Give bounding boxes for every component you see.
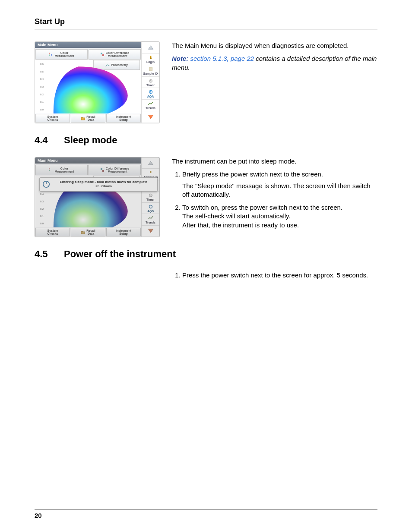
sleep-mode-dialog-text: Entering sleep mode - hold button down f… — [53, 180, 155, 189]
window-titlebar: Main Menu — [35, 42, 159, 48]
bottom-bar: System Checks Recall Data Instrument Set… — [35, 113, 141, 123]
xyz-icon: XY — [49, 168, 53, 172]
svg-point-2 — [149, 57, 151, 59]
footer-rule — [35, 510, 377, 510]
window-titlebar: Main Menu — [35, 157, 159, 164]
sample-id-button[interactable]: Sample ID — [142, 65, 159, 77]
power-icon — [42, 180, 50, 188]
page-number: 20 — [35, 512, 377, 519]
cie-chromaticity-icon — [44, 62, 141, 113]
xyz-icon: XYZ — [49, 52, 53, 57]
step-2: To switch on, press the power switch nex… — [182, 203, 377, 230]
screenshot-body: XYZ Color Measurement Color Difference M… — [35, 49, 141, 113]
svg-rect-24 — [102, 170, 104, 172]
row-sleep-mode: Main Menu Anmelden Proben-ID Timer AQS T… — [35, 157, 377, 237]
step-1: Press the power switch next to the scree… — [182, 271, 377, 280]
figure-sleep-mode: Main Menu Anmelden Proben-ID Timer AQS T… — [35, 157, 160, 237]
y-axis: 0.6 0.5 0.4 0.3 0.2 0.1 0.0 — [35, 60, 44, 113]
scroll-up-button[interactable] — [142, 42, 159, 54]
svg-rect-16 — [150, 171, 151, 173]
sleep-mode-text: The instrument can be put into sleep mod… — [172, 157, 377, 237]
swatches-icon — [100, 52, 105, 57]
intro-text: The Main Menu is displayed when diagnost… — [172, 41, 377, 123]
intro-p1: The Main Menu is displayed when diagnost… — [172, 41, 377, 50]
svg-point-18 — [149, 194, 152, 197]
timer-button[interactable]: Timer — [142, 192, 159, 203]
svg-marker-0 — [148, 46, 153, 49]
aqa-button[interactable]: AQA — [142, 88, 159, 100]
tile-recall-data[interactable]: Recall Data — [71, 114, 105, 123]
note-lead: Note: — [172, 55, 190, 62]
svg-marker-9 — [148, 115, 153, 119]
svg-marker-20 — [148, 229, 153, 233]
power-off-text: Press the power switch next to the scree… — [172, 271, 377, 284]
heading-title: Power off the instrument — [64, 249, 176, 260]
top-tiles: XYZ Color Measurement Color Difference M… — [35, 49, 141, 60]
step-1-detail: The "Sleep mode" message is shown. The s… — [182, 182, 377, 199]
trends-button[interactable]: Trends — [142, 214, 159, 225]
tile-color-difference[interactable]: Color Difference Measurement — [89, 165, 141, 175]
power-off-steps: Press the power switch next to the scree… — [172, 271, 377, 280]
swatches-icon — [100, 168, 105, 172]
scroll-up-button[interactable] — [142, 157, 159, 169]
figure-placeholder — [35, 271, 160, 284]
figure-main-menu: Main Menu Login Sample ID Timer AQA Tren… — [35, 41, 160, 123]
intro-note: Note: section 5.1.3, page 22 contains a … — [172, 54, 377, 72]
tile-system-checks[interactable]: System Checks — [35, 114, 70, 123]
tile-instrument-setup[interactable]: Instrument Setup — [106, 228, 141, 236]
screenshot-body: XY Color Measurement Color Difference Me… — [35, 164, 141, 227]
right-toolbar: Login Sample ID Timer AQA Trends — [141, 42, 159, 123]
svg-rect-3 — [149, 67, 152, 70]
trends-button[interactable]: Trends — [142, 100, 159, 111]
screenshot-sleep-mode: Main Menu Anmelden Proben-ID Timer AQS T… — [35, 157, 160, 237]
running-header: Start Up — [35, 17, 377, 29]
tile-color-measurement[interactable]: XYZ Color Measurement — [35, 49, 88, 60]
svg-rect-23 — [101, 168, 102, 170]
heading-4-4: 4.4 Sleep mode — [35, 135, 377, 146]
heading-number: 4.5 — [35, 249, 54, 260]
scroll-down-button[interactable] — [142, 111, 159, 123]
login-button[interactable]: Login — [142, 54, 159, 65]
svg-rect-14 — [102, 54, 104, 56]
tile-recall-data[interactable]: Recall Data — [71, 228, 105, 236]
folder-icon — [81, 116, 85, 120]
header-rule — [35, 29, 377, 29]
note-link: section 5.1.3, page 22 — [190, 55, 254, 62]
svg-point-8 — [150, 91, 151, 93]
heading-number: 4.4 — [35, 135, 54, 146]
svg-marker-15 — [148, 161, 153, 164]
sleep-mode-dialog: Entering sleep mode - hold button down f… — [39, 177, 158, 192]
step-1: Briefly press the power switch next to t… — [182, 170, 377, 199]
section-name: Start Up — [35, 17, 377, 26]
page-footer: 20 — [35, 510, 377, 519]
chart-area: 0.6 0.5 0.4 0.3 0.2 0.1 0.0 Photometry — [35, 60, 141, 113]
row-power-off: Press the power switch next to the scree… — [35, 271, 377, 284]
tile-color-measurement[interactable]: XY Color Measurement — [35, 165, 88, 175]
svg-rect-13 — [101, 53, 102, 54]
aqa-button[interactable]: AQS — [142, 203, 159, 214]
scroll-down-button[interactable] — [142, 226, 159, 237]
screenshot-main-menu: Main Menu Login Sample ID Timer AQA Tren… — [35, 41, 160, 123]
svg-point-19 — [149, 205, 152, 208]
sleep-mode-steps: Briefly press the power switch next to t… — [172, 170, 377, 230]
heading-title: Sleep mode — [64, 135, 117, 146]
folder-icon — [81, 230, 85, 234]
sleep-mode-p1: The instrument can be put into sleep mod… — [172, 157, 377, 166]
svg-text:Y: Y — [49, 54, 50, 56]
bottom-bar: System Checks Recall Data Instrument Set… — [35, 227, 141, 237]
tile-color-difference[interactable]: Color Difference Measurement — [89, 49, 141, 60]
timer-button[interactable]: Timer — [142, 77, 159, 88]
tile-system-checks[interactable]: System Checks — [35, 228, 70, 236]
right-toolbar: Anmelden Proben-ID Timer AQS Trends — [141, 157, 159, 237]
svg-text:Z: Z — [51, 54, 52, 56]
heading-4-5: 4.5 Power off the instrument — [35, 249, 377, 260]
top-tiles: XY Color Measurement Color Difference Me… — [35, 164, 141, 176]
row-main-menu: Main Menu Login Sample ID Timer AQA Tren… — [35, 41, 377, 123]
tile-instrument-setup[interactable]: Instrument Setup — [106, 114, 141, 123]
svg-text:Y: Y — [49, 170, 50, 172]
